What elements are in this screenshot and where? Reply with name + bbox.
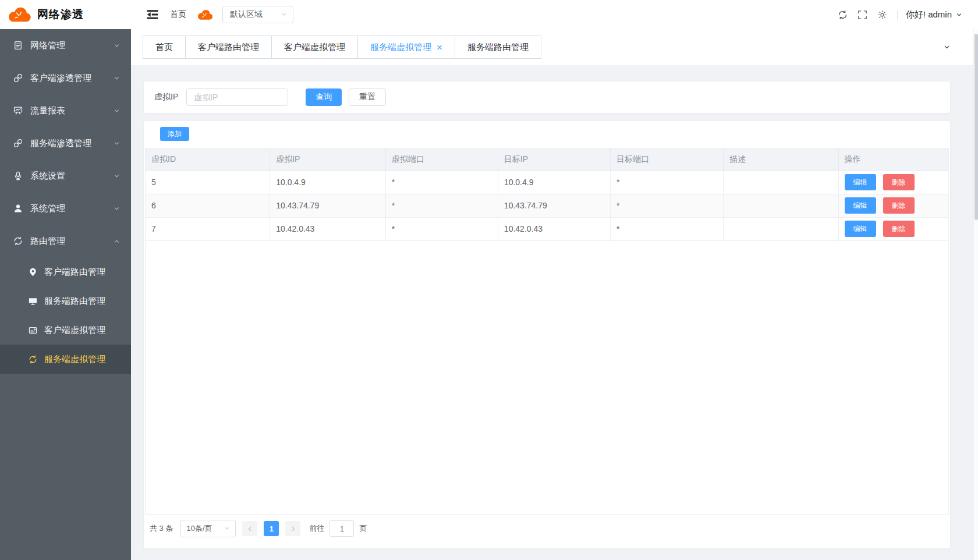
cloud-icon (197, 9, 213, 20)
sidebar-subitem-1[interactable]: 服务端路由管理 (0, 286, 131, 316)
sidebar-item-label: 客户端渗透管理 (30, 73, 91, 84)
theme-settings-icon[interactable] (877, 9, 888, 20)
tab-4[interactable]: 服务端路由管理 (455, 36, 541, 59)
chevron-down-icon (224, 525, 231, 532)
divider (897, 10, 898, 20)
prev-page-button[interactable] (242, 521, 257, 536)
region-select[interactable]: 默认区域 (222, 6, 293, 23)
chevron-down-icon (281, 11, 288, 18)
table-cell-virtual-ip: 10.0.4.9 (270, 171, 386, 194)
table-cell-virtual-port: * (385, 194, 498, 217)
scrollbar-thumb[interactable] (975, 34, 978, 220)
table-cell-virtual-id: 7 (146, 217, 270, 240)
navbar: 首页 默认区域 你好! admin (131, 0, 978, 29)
chart-board-icon (13, 105, 23, 116)
table-cell-description (724, 171, 838, 194)
refresh-icon[interactable] (837, 9, 848, 20)
chevron-down-icon (113, 205, 121, 212)
user-dropdown[interactable]: 你好! admin (906, 9, 963, 20)
tab-label: 服务端虚拟管理 (370, 42, 431, 53)
close-icon[interactable]: × (437, 42, 442, 52)
sidebar-item-label: 系统管理 (30, 203, 65, 214)
goto-page-input[interactable] (329, 520, 354, 537)
sidebar-item-4[interactable]: 系统设置 (0, 160, 131, 192)
table-row: 510.0.4.9*10.0.4.9*编辑删除 (146, 171, 948, 194)
page-size-value: 10条/页 (186, 523, 212, 534)
sidebar-item-6[interactable]: 路由管理 (0, 225, 131, 257)
fullscreen-icon[interactable] (857, 9, 868, 20)
goto-label: 前往 (309, 523, 324, 534)
tab-3[interactable]: 服务端虚拟管理× (357, 36, 455, 59)
navbar-actions: 你好! admin (828, 9, 963, 20)
sidebar-item-label: 流量报表 (30, 105, 65, 116)
tab-overflow-chevron-down-icon[interactable] (942, 43, 951, 52)
sidebar-item-label: 服务端渗透管理 (30, 138, 91, 149)
column-header: 虚拟端口 (385, 148, 498, 171)
table-cell-description (724, 217, 838, 240)
page-size-select[interactable]: 10条/页 (180, 520, 236, 537)
column-header: 目标IP (498, 148, 610, 171)
hamburger-collapse-icon[interactable] (145, 8, 160, 21)
content-area: 虚拟IP 查询 重置 添加 虚拟ID虚拟IP虚拟端口目标IP目标端口描述操作 5… (131, 65, 978, 548)
tab-0[interactable]: 首页 (143, 36, 186, 59)
arrow-right-icon (289, 525, 297, 533)
tab-1[interactable]: 客户端路由管理 (185, 36, 272, 59)
user-icon (13, 203, 23, 214)
main-area: 首页 默认区域 你好! admin 首页客户端路由管理客户端虚拟管理服务端虚拟管… (131, 0, 978, 560)
search-button[interactable]: 查询 (306, 88, 342, 106)
refresh-icon (28, 355, 38, 364)
table-cell-actions: 编辑删除 (838, 194, 948, 217)
sidebar-item-label: 系统设置 (30, 171, 65, 182)
sidebar-item-2[interactable]: 流量报表 (0, 94, 131, 127)
tab-label: 客户端虚拟管理 (284, 42, 345, 53)
table-cell-virtual-id: 5 (146, 171, 270, 194)
edit-button[interactable]: 编辑 (845, 197, 876, 214)
tab-bar: 首页客户端路由管理客户端虚拟管理服务端虚拟管理×服务端路由管理 (131, 29, 978, 65)
sidebar-menu: 网络管理客户端渗透管理流量报表服务端渗透管理系统设置系统管理路由管理客户端路由管… (0, 29, 131, 374)
column-header: 描述 (724, 148, 838, 171)
table-cell-virtual-port: * (385, 217, 498, 240)
table-header-row: 虚拟ID虚拟IP虚拟端口目标IP目标端口描述操作 (146, 148, 948, 171)
chevron-down-icon (113, 107, 121, 115)
sidebar-subitem-0[interactable]: 客户端路由管理 (0, 257, 131, 286)
table-cell-virtual-id: 6 (146, 194, 270, 217)
link-icon (13, 138, 23, 148)
sidebar-item-label: 路由管理 (30, 236, 65, 247)
sidebar-item-1[interactable]: 客户端渗透管理 (0, 62, 131, 94)
sidebar-subitem-3[interactable]: 服务端虚拟管理 (0, 345, 131, 374)
reset-button[interactable]: 重置 (349, 88, 386, 106)
delete-button[interactable]: 删除 (883, 197, 915, 214)
delete-button[interactable]: 删除 (883, 174, 915, 190)
column-header: 虚拟IP (270, 148, 386, 171)
arrow-left-icon (246, 525, 254, 533)
table-cell-target-port: * (610, 171, 723, 194)
cloud-logo-icon (7, 6, 31, 23)
tab-label: 服务端路由管理 (467, 42, 529, 53)
sidebar-item-3[interactable]: 服务端渗透管理 (0, 127, 131, 160)
app-title: 网络渗透 (37, 7, 84, 22)
delete-button[interactable]: 删除 (883, 221, 915, 237)
edit-button[interactable]: 编辑 (845, 174, 876, 190)
document-icon (13, 40, 23, 51)
sidebar-subitem-2[interactable]: 客户端虚拟管理 (0, 316, 131, 345)
chevron-down-icon (955, 11, 963, 19)
tab-2[interactable]: 客户端虚拟管理 (271, 36, 358, 59)
greeting-text: 你好! admin (906, 9, 952, 20)
pagination-total: 共 3 条 (150, 523, 173, 534)
table-cell-target-ip: 10.0.4.9 (498, 171, 610, 194)
table-cell-virtual-port: * (385, 171, 498, 194)
next-page-button[interactable] (285, 521, 300, 536)
add-button[interactable]: 添加 (160, 127, 189, 141)
breadcrumb[interactable]: 首页 (170, 9, 186, 20)
virtual-ip-input[interactable] (186, 88, 288, 106)
chevron-down-icon (113, 42, 121, 49)
sidebar-item-0[interactable]: 网络管理 (0, 29, 131, 62)
sidebar-item-5[interactable]: 系统管理 (0, 192, 131, 225)
filter-card: 虚拟IP 查询 重置 (144, 81, 950, 113)
scrollbar[interactable] (973, 29, 978, 560)
edit-button[interactable]: 编辑 (845, 221, 876, 237)
refresh-icon (13, 236, 23, 246)
page-1-button[interactable]: 1 (264, 521, 279, 536)
table-cell-target-port: * (610, 194, 723, 217)
location-icon (28, 267, 38, 277)
